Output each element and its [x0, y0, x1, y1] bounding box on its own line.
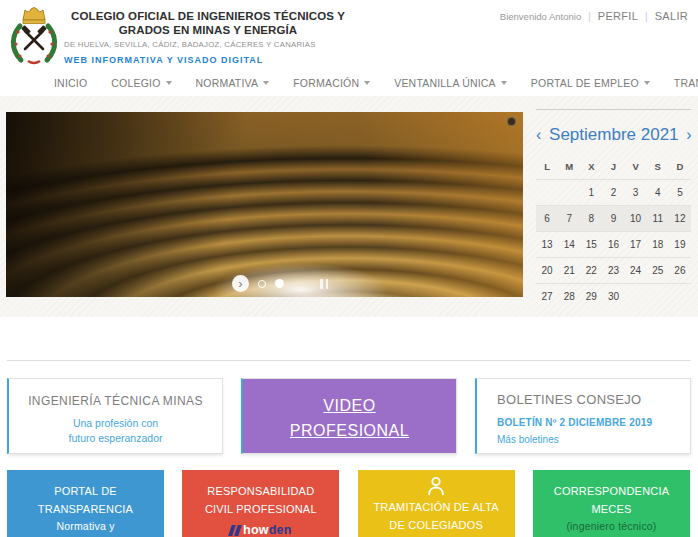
calendar-table: LMXJVSD123456789101112131415161718192021… — [536, 155, 691, 309]
howden-bars-icon — [230, 525, 239, 536]
boletin-link[interactable]: BOLETÍN Nº 2 DICIEMBRE 2019 — [497, 416, 690, 430]
calendar-next-button[interactable]: › — [686, 126, 691, 143]
nav-item-inicio[interactable]: INICIO — [54, 77, 87, 89]
calendar-day[interactable]: 10 — [625, 206, 647, 232]
tile-portal-transparencia[interactable]: PORTAL DE TRANSPARENCIA Normativa y — [7, 470, 164, 537]
calendar-day[interactable]: 20 — [536, 258, 558, 284]
main-nav: INICIOCOLEGIONORMATIVAFORMACIÓNVENTANILL… — [0, 70, 698, 96]
logout-link[interactable]: SALIR — [655, 10, 688, 22]
calendar-day[interactable]: 12 — [669, 206, 691, 232]
calendar-day-header: L — [536, 155, 558, 180]
calendar-day[interactable]: 17 — [625, 232, 647, 258]
nav-item-portal-de-empleo[interactable]: PORTAL DE EMPLEO — [531, 77, 650, 89]
tile-tramitacion-alta[interactable]: TRAMITACIÓN DE ALTA DE COLEGIADOS — [358, 470, 515, 537]
calendar-day[interactable]: 19 — [669, 232, 691, 258]
calendar-day[interactable]: 8 — [580, 206, 602, 232]
calendar-day[interactable]: 4 — [647, 180, 669, 206]
howden-text-navy: den — [269, 520, 292, 537]
card-video-profesional[interactable]: VIDEO PROFESIONAL — [241, 378, 457, 454]
site-header: COLEGIO OFICIAL DE INGENIEROS TÉCNICOS Y… — [0, 0, 698, 70]
card-ingenieria-minas: INGENIERÍA TÉCNICA MINAS Una profesión c… — [7, 378, 223, 454]
calendar-day[interactable]: 25 — [647, 258, 669, 284]
nav-item-colegio[interactable]: COLEGIO — [111, 77, 171, 89]
calendar-day[interactable]: 1 — [580, 180, 602, 206]
page: COLEGIO OFICIAL DE INGENIEROS TÉCNICOS Y… — [0, 0, 698, 537]
video-label-line1: VIDEO — [243, 394, 456, 419]
tile-line: PORTAL DE — [7, 483, 164, 501]
calendar-day[interactable]: 30 — [602, 284, 624, 310]
calendar-day[interactable]: 22 — [580, 258, 602, 284]
calendar-day[interactable]: 5 — [669, 180, 691, 206]
calendar-day[interactable]: 2 — [602, 180, 624, 206]
carousel-dot-2-active[interactable] — [275, 279, 284, 288]
tile-subline: (ingeniero técnico) — [533, 518, 690, 535]
welcome-text: Bienvenido Antonio — [500, 11, 581, 22]
org-titles: COLEGIO OFICIAL DE INGENIEROS TÉCNICOS Y… — [64, 9, 352, 65]
menu-separator: | — [645, 11, 648, 22]
calendar-day[interactable]: 28 — [558, 284, 580, 310]
org-name-line2: GRADOS EN MINAS Y ENERGÍA — [64, 23, 352, 37]
calendar-widget: ‹ Septiembre 2021 › LMXJVSD1234567891011… — [536, 109, 691, 309]
calendar-day-header: V — [625, 155, 647, 180]
profile-link[interactable]: PERFIL — [598, 10, 638, 22]
org-subtitle: DE HUELVA, SEVILLA, CÁDIZ, BADAJOZ, CÁCE… — [64, 40, 352, 49]
tile-line: MECES — [533, 501, 690, 519]
section-divider — [7, 360, 691, 361]
chevron-down-icon — [263, 81, 269, 85]
nav-item-transparencia[interactable]: TRANSPARENCIA — [674, 77, 698, 89]
calendar-day[interactable]: 24 — [625, 258, 647, 284]
calendar-day[interactable]: 21 — [558, 258, 580, 284]
calendar-week-row: 13141516171819 — [536, 232, 691, 258]
profession-link-line1[interactable]: Una profesión con — [9, 416, 222, 431]
calendar-week-row: 20212223242526 — [536, 258, 691, 284]
card-title: BOLETINES CONSEJO — [497, 392, 690, 407]
calendar-day[interactable]: 15 — [580, 232, 602, 258]
calendar-day[interactable]: 7 — [558, 206, 580, 232]
calendar-day[interactable]: 16 — [602, 232, 624, 258]
chevron-down-icon — [501, 81, 507, 85]
calendar-day[interactable]: 6 — [536, 206, 558, 232]
calendar-day-empty — [625, 284, 647, 310]
nav-item-formación[interactable]: FORMACIÓN — [293, 77, 370, 89]
calendar-day-empty — [558, 180, 580, 206]
org-tagline: WEB INFORMATIVA Y VISADO DIGITAL — [64, 55, 352, 65]
chevron-down-icon — [166, 81, 172, 85]
calendar-day[interactable]: 9 — [602, 206, 624, 232]
tile-line: RESPONSABILIDAD — [182, 483, 339, 501]
tile-line: TRAMITACIÓN DE ALTA — [358, 499, 515, 517]
carousel-dots — [249, 279, 284, 288]
quick-access-tiles: PORTAL DE TRANSPARENCIA Normativa y RESP… — [7, 470, 690, 537]
carousel-dot-1[interactable] — [258, 280, 266, 288]
calendar-day[interactable]: 26 — [669, 258, 691, 284]
carousel-next-button[interactable]: › — [232, 275, 249, 292]
nav-item-ventanilla-única[interactable]: VENTANILLA ÚNICA — [394, 77, 507, 89]
calendar-day[interactable]: 29 — [580, 284, 602, 310]
calendar-day-header: S — [647, 155, 669, 180]
calendar-day-header: J — [602, 155, 624, 180]
calendar-day[interactable]: 18 — [647, 232, 669, 258]
tile-subline: Normativa y — [7, 518, 164, 535]
calendar-day[interactable]: 11 — [647, 206, 669, 232]
calendar-header: ‹ Septiembre 2021 › — [536, 125, 691, 145]
calendar-day[interactable]: 23 — [602, 258, 624, 284]
carousel-pause-button[interactable] — [320, 279, 328, 289]
card-boletines-consejo: BOLETINES CONSEJO BOLETÍN Nº 2 DICIEMBRE… — [475, 378, 691, 454]
carousel-controls: › — [232, 275, 328, 292]
calendar-title: Septiembre 2021 — [549, 125, 678, 144]
video-label-line2: PROFESIONAL — [243, 419, 456, 444]
calendar-prev-button[interactable]: ‹ — [536, 126, 541, 143]
calendar-day[interactable]: 13 — [536, 232, 558, 258]
profession-link-line2[interactable]: futuro esperanzador — [9, 431, 222, 446]
nav-item-normativa[interactable]: NORMATIVA — [196, 77, 270, 89]
tile-correspondencia-meces[interactable]: CORRESPONDENCIA MECES (ingeniero técnico… — [533, 470, 690, 537]
tile-responsabilidad-civil[interactable]: RESPONSABILIDAD CIVIL PROFESIONAL howden — [182, 470, 339, 537]
more-boletines-link[interactable]: Más boletines — [497, 433, 690, 447]
howden-text-white: how — [243, 520, 269, 537]
calendar-day-header: M — [558, 155, 580, 180]
user-menu: Bienvenido Antonio | PERFIL | SALIR — [500, 10, 688, 22]
card-title: INGENIERÍA TÉCNICA MINAS — [9, 394, 222, 408]
calendar-day[interactable]: 14 — [558, 232, 580, 258]
calendar-day[interactable]: 27 — [536, 284, 558, 310]
hero-section: › ‹ Septiembre 2021 › LMXJVSD12345678910… — [0, 96, 698, 317]
calendar-day[interactable]: 3 — [625, 180, 647, 206]
